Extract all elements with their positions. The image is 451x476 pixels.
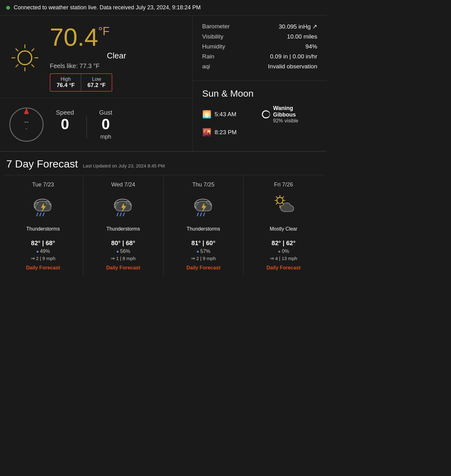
connection-dot [6,6,10,10]
sunset-item: 🌇 8:23 PM [202,128,258,137]
moon-phase: Waning Gibbous [273,105,317,118]
low-value: 67.2 °F [87,82,105,89]
day-name: Tue 7/23 [32,181,54,188]
forecast-day-0: Tue 7/23 Thunderstorms 82° | 68° ● 49% [3,175,83,277]
high-label: High [57,76,75,82]
svg-line-4 [16,49,18,51]
svg-line-20 [117,213,118,216]
metric-row-aqi: aqi Invalid observation [202,63,317,70]
moon-inner [264,112,270,117]
feels-like: Feels like: 77.3 °F [50,62,183,70]
daily-forecast-link[interactable]: Daily Forecast [26,265,60,271]
forecast-updated: Last Updated on July 23, 2024 8:45 PM [83,163,165,168]
metric-row-humidity: Humidity 94% [202,43,317,50]
status-bar: Connected to weather station live. Data … [0,0,327,16]
day-wind: ⇒ 1 | 8 mph [111,255,135,261]
metric-row-barometer: Barometer 30.095 inHg ↗ [202,23,317,30]
low-label: Low [87,76,105,82]
barometer-value: 30.095 inHg ↗ [279,23,317,30]
svg-line-21 [120,213,121,216]
day-temps: 80° | 68° [111,240,135,247]
high-value: 76.4 °F [57,82,75,89]
moon-phase-item: Waning Gibbous 92% visible [262,105,317,124]
daily-forecast-link[interactable]: Daily Forecast [186,265,220,271]
wind-gust-item: Gust 0 mph [99,109,112,140]
svg-line-28 [200,213,202,216]
sunrise-value: 5:43 AM [215,111,236,118]
day-condition: Thunderstorms [26,223,60,235]
forecast-day-3: Fri 7/26 Mostly Clear 82° | 62° ● 0% [244,175,323,277]
svg-line-7 [16,65,18,67]
day-temps: 82° | 68° [31,240,55,247]
day-precip: ● 56% [116,249,130,254]
day-precip: ● 57% [197,249,211,254]
humidity-label: Humidity [202,43,225,50]
forecast-section: 7 Day Forecast Last Updated on July 23, … [0,151,327,277]
wind-divider [86,117,87,138]
metric-row-visibility: Visibility 10.00 miles [202,33,317,40]
compass-text: -- [24,118,29,126]
day-wind: ⇒ 2 | 9 mph [191,255,216,261]
metrics-section: Barometer 30.095 inHg ↗ Visibility 10.00… [193,16,327,81]
sunset-icon: 🌇 [202,128,212,137]
day-precip: ● 49% [36,249,50,254]
day-condition: Mostly Clear [270,223,297,235]
forecast-day-1: Wed 7/24 Thunderstorms 80° | 68° ● 56% [83,175,164,277]
sun-icon [9,42,40,75]
high-low-box: High 76.4 °F Low 67.2 °F [50,73,112,92]
svg-line-22 [123,213,124,216]
moon-phase-details: Waning Gibbous 92% visible [273,105,317,124]
condition: Clear [50,51,183,61]
day-condition: Thunderstorms [187,223,220,235]
svg-line-6 [32,49,34,51]
weather-main: 70.4 °F Clear Feels like: 77.3 °F High 7… [50,25,183,92]
wind-stats: Speed 0 Gust 0 mph [56,109,112,140]
current-weather: 70.4 °F Clear Feels like: 77.3 °F High 7… [0,16,193,98]
daily-forecast-link[interactable]: Daily Forecast [106,265,140,271]
forecast-header: 7 Day Forecast Last Updated on July 23, … [3,158,323,175]
top-section: 70.4 °F Clear Feels like: 77.3 °F High 7… [0,16,327,151]
speed-label: Speed [56,109,74,116]
day-temps: 82° | 62° [272,240,295,247]
svg-line-27 [197,213,198,216]
rain-label: Rain [202,53,214,60]
visibility-value: 10.00 miles [287,33,317,40]
svg-line-15 [43,213,44,216]
high-item: High 76.4 °F [50,74,81,91]
daily-forecast-link[interactable]: Daily Forecast [267,265,300,271]
wind-speed-item: Speed 0 [56,109,74,133]
humidity-value: 94% [305,43,317,50]
status-text: Connected to weather station live. Data … [14,4,201,11]
day-name: Wed 7/24 [111,181,135,188]
rain-value: 0.09 in | 0.00 in/hr [270,53,317,60]
low-item: Low 67.2 °F [81,74,112,91]
wind-speed: 0 [56,116,74,133]
day-precip: ● 0% [278,249,289,254]
sunrise-item: 🌅 5:43 AM [202,105,258,124]
moon-info: Waning Gibbous 92% visible [262,105,317,124]
wind-gust: 0 [99,116,112,133]
compass: -- - [9,108,44,142]
sunset-value: 8:23 PM [215,129,237,136]
aqi-label: aqi [202,63,210,70]
aqi-value: Invalid observation [268,63,317,70]
compass-sub: - [26,126,27,131]
right-panel: Barometer 30.095 inHg ↗ Visibility 10.00… [193,16,327,151]
barometer-label: Barometer [202,23,230,30]
sunrise-icon: 🌅 [202,110,212,119]
visibility-label: Visibility [202,33,223,40]
day-name: Fri 7/26 [274,181,293,188]
temp-unit: °F [98,25,109,38]
compass-needle [24,108,29,114]
metric-row-rain: Rain 0.09 in | 0.00 in/hr [202,53,317,60]
sun-moon-title: Sun & Moon [202,88,317,99]
forecast-title: 7 Day Forecast [6,158,78,170]
gust-label: Gust [99,109,112,116]
svg-line-29 [203,213,205,216]
wind-section: -- - Speed 0 Gust 0 mph [0,98,193,151]
svg-line-14 [40,213,41,216]
day-temps: 81° | 60° [191,240,215,247]
svg-line-5 [32,65,34,67]
wind-unit: mph [99,134,112,140]
day-condition: Thunderstorms [106,223,140,235]
